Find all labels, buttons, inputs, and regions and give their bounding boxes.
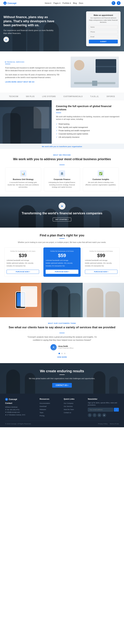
bs-card-title-0: Business Unit Strategy xyxy=(7,178,39,180)
pricing-price-1: $59 xyxy=(46,253,78,258)
nav-home[interactable]: Home ▾ xyxy=(45,2,51,4)
appointment-card: Make an appointment Our experience and f… xyxy=(86,12,121,46)
gallery-cell-inner-0 xyxy=(0,283,41,317)
nav-portfolio[interactable]: Portfolio ▾ xyxy=(63,2,71,4)
spectrum-item-1: ✓Risk, liquidity and capital management xyxy=(56,126,120,128)
fs-learn-more-link[interactable]: LEARN MORE ABOUT WHAT WE DO xyxy=(5,81,34,83)
footer-quick-link-1[interactable]: Our Services xyxy=(64,405,84,408)
ts-info: Anna Smith Chief Financial Officer xyxy=(58,345,74,349)
pricing-card-0: Perfect for businesses of 1-20 Users $39… xyxy=(4,248,41,277)
footer-contact-address: ⊕ 17 Woodson Avenue, NYC xyxy=(5,414,36,416)
bs-card-text-0: A successful business unit strategy gets… xyxy=(7,182,39,188)
dark-video-cta-button[interactable]: GET STARTED > xyxy=(53,218,71,222)
footer-resource-link-2[interactable]: Releases xyxy=(40,408,60,411)
hero-section: Without finance, plans stay as plans. Th… xyxy=(0,6,124,52)
results-cta-button[interactable]: CONTACT US > xyxy=(52,383,72,388)
pricing-cta-1[interactable]: PURCHASE NOW > xyxy=(46,270,78,274)
footer-privacy-link[interactable]: Privacy Policy xyxy=(98,423,108,425)
ts-divider xyxy=(59,333,65,333)
pricing-tier-0: Perfect for businesses of 1-20 Users xyxy=(6,250,39,252)
business-section: WHAT WE PROVIDE We work with you to addr… xyxy=(0,149,124,196)
footer-quick-link-0[interactable]: Our Company xyxy=(64,402,84,405)
footer-contact-column: Concept Contact Whiteon Mortician ✆ Tel:… xyxy=(5,398,36,417)
pricing-tier-2: Perfect for businesses of All Sizes xyxy=(85,250,118,252)
pricing-tier-1: Perfect for businesses of All Sizes xyxy=(46,250,78,252)
pricing-cta-0[interactable]: PURCHASE NOW > xyxy=(6,270,39,274)
footer-resources-column: Resources Documentation Download Release… xyxy=(40,398,60,417)
footer-quick-link-3[interactable]: Contact us xyxy=(64,411,84,414)
spectrum-image xyxy=(0,100,52,144)
nav-pages[interactable]: Pages ▾ xyxy=(53,2,60,4)
bs-divider xyxy=(59,165,65,165)
footer-terms-link[interactable]: Terms of Use xyxy=(110,423,119,425)
nav-blog[interactable]: Blog xyxy=(73,2,77,4)
footer-newsletter-submit[interactable]: → xyxy=(114,408,119,412)
bs-card-text-2: We work with clients to develop more eff… xyxy=(85,182,117,186)
transform-banner: We work with you to transform your organ… xyxy=(0,144,124,149)
linkedin-icon[interactable]: in xyxy=(98,413,101,417)
spectrum-list: ✓Retail banking ✓Risk, liquidity and cap… xyxy=(56,123,120,138)
instagram-icon[interactable]: ◉ xyxy=(102,413,106,417)
ts-dot-0[interactable] xyxy=(59,353,60,354)
appointment-email-input[interactable] xyxy=(89,35,118,38)
hero-play-button[interactable] xyxy=(3,37,9,42)
ts-tag: What our customers think xyxy=(5,322,119,324)
pricing-cta-2[interactable]: PURCHASE NOW > xyxy=(85,270,118,274)
pricing-price-2: $99 xyxy=(85,253,118,258)
twitter-icon[interactable]: 𝕏 xyxy=(88,413,92,417)
footer-brand: Concept xyxy=(5,398,36,401)
gallery-cell-2 xyxy=(83,283,124,317)
bs-card-2: ✅ Customer Insights We work with clients… xyxy=(83,168,119,192)
brand-name: Concept xyxy=(7,2,16,4)
ts-dot-1[interactable] xyxy=(61,353,63,354)
hero-title: Without finance, plans stay as plans. Th… xyxy=(3,15,55,27)
spectrum-subtitle: We work with leading institutions in the… xyxy=(56,115,120,120)
footer-resource-link-1[interactable]: Download xyxy=(40,405,60,408)
footer-newsletter-input[interactable] xyxy=(88,408,113,412)
ts-card: "Concept's analysts have done a great jo… xyxy=(23,336,101,358)
footer-resource-link-3[interactable]: Team xyxy=(40,411,60,414)
menu-button[interactable]: ☰ xyxy=(117,1,121,5)
fs-tag: FINANCIAL SERVICES xyxy=(5,61,67,63)
ts-view-more-link[interactable]: VIEW MORE xyxy=(23,356,101,358)
ts-navigation xyxy=(23,353,101,354)
ts-author-name: Anna Smith xyxy=(58,345,74,347)
logo-2: Live Systems xyxy=(42,96,56,98)
search-button[interactable]: 🔍 xyxy=(112,1,115,5)
fs-body1: From banking and insurance to wealth man… xyxy=(5,66,67,72)
footer-resource-link-0[interactable]: Documentation xyxy=(40,402,60,405)
results-section: We create enduring results We help globa… xyxy=(0,363,124,394)
appointment-submit-button[interactable]: SUBMIT xyxy=(89,40,118,44)
gallery-cell-1 xyxy=(41,283,83,317)
footer-brand-icon xyxy=(5,398,8,401)
gallery-cell-inner-1 xyxy=(41,283,83,317)
logo-5: DIFORCE xyxy=(107,96,115,98)
results-subtitle: We help global leaders with their organi… xyxy=(5,377,119,380)
transform-text: We work with you to transform your organ… xyxy=(42,146,82,148)
dark-video-content: Transforming the world's financial servi… xyxy=(22,202,102,222)
footer-copyright: © 2018 Concept. All Rights Reserved. xyxy=(5,423,31,425)
spectrum-text: Covering the full spectrum of global fin… xyxy=(52,100,124,144)
bs-card-text-1: Anticipating the future of global financ… xyxy=(46,182,78,188)
footer-quick-link-2[interactable]: Meet the Team xyxy=(64,408,84,411)
dark-video-play-button[interactable] xyxy=(59,202,65,210)
facebook-icon[interactable]: f xyxy=(93,413,97,417)
brand-logo[interactable]: Concept xyxy=(3,2,16,5)
appointment-name-input[interactable] xyxy=(89,25,118,29)
pricing-divider xyxy=(59,238,65,239)
ts-dot-2[interactable] xyxy=(64,353,65,354)
footer-bottom-links: Privacy Policy Terms of Use xyxy=(98,423,119,425)
appointment-phone-input[interactable] xyxy=(89,30,118,34)
pricing-card-1: Perfect for businesses of All Sizes $59 … xyxy=(43,248,80,277)
check-icon-3: ✓ xyxy=(56,133,58,135)
footer-newsletter-column: Newsletter Sign up for alerts, special o… xyxy=(88,398,119,417)
nav-icons: 🔍 ☰ xyxy=(112,1,121,5)
footer-bottom: © 2018 Concept. All Rights Reserved. Pri… xyxy=(5,421,119,425)
bs-tag: WHAT WE PROVIDE xyxy=(5,154,119,156)
check-icon-2: ✓ xyxy=(56,130,58,132)
logo-0: TECHCOM xyxy=(9,96,18,98)
footer-newsletter-form: → xyxy=(88,408,119,412)
check-icon-4: ✓ xyxy=(56,136,58,138)
nav-docs[interactable]: Docs xyxy=(79,2,83,4)
footer-resource-link-4[interactable]: Pricing xyxy=(40,414,60,417)
